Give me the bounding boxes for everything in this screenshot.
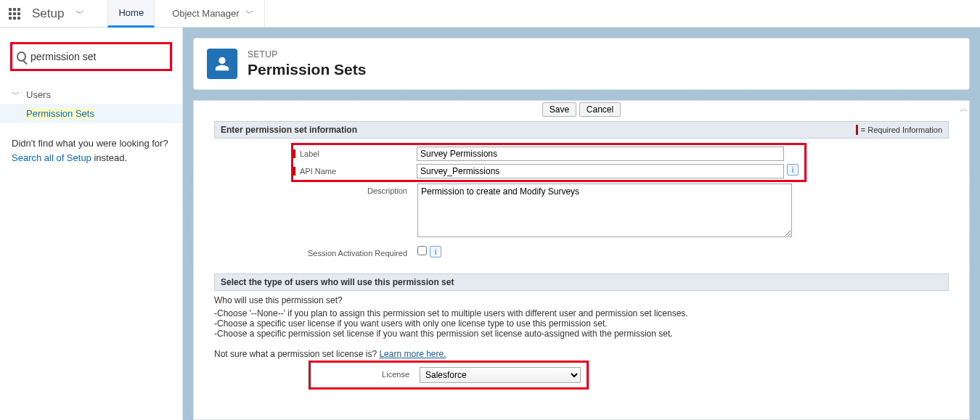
tab-home[interactable]: Home <box>107 0 155 28</box>
highlight-label-apiname: Label API Name i <box>291 143 807 182</box>
info-icon[interactable]: i <box>430 246 441 258</box>
cancel-button[interactable]: Cancel <box>579 102 621 117</box>
section-header-info: Enter permission set information = Requi… <box>214 121 949 139</box>
learn-more-link[interactable]: Learn more here. <box>379 349 446 359</box>
page-title: Permission Sets <box>248 61 366 78</box>
chevron-down-icon: ﹀ <box>245 7 254 20</box>
info-icon[interactable]: i <box>787 164 799 176</box>
save-button[interactable]: Save <box>542 102 576 117</box>
breadcrumb: SETUP <box>248 49 366 59</box>
setup-app-label: Setup <box>32 7 64 21</box>
permission-sets-icon <box>207 49 237 79</box>
chevron-down-icon: ﹀ <box>12 88 20 101</box>
tab-object-manager[interactable]: Object Manager﹀ <box>162 0 265 28</box>
chevron-down-icon[interactable]: ﹀ <box>75 7 84 20</box>
api-name-input[interactable] <box>417 164 784 178</box>
session-activation-checkbox[interactable] <box>417 246 427 255</box>
tree-item-permission-sets[interactable]: Permission Sets <box>0 104 182 123</box>
help-line: -Choose a specific user license if you w… <box>214 318 949 329</box>
description-input[interactable]: Permission to create and Modify Surveys <box>417 184 792 237</box>
license-select[interactable]: Salesforce <box>420 367 581 383</box>
quick-find-input[interactable] <box>30 51 166 62</box>
scroll-up-arrow[interactable]: ︿ <box>959 103 969 113</box>
field-label-session-activation: Session Activation Required <box>214 246 417 258</box>
highlight-license: License Salesforce <box>309 361 589 390</box>
field-label-description: Description <box>214 184 417 195</box>
setup-tree-sidebar: ﹀ Users Permission Sets Didn't find what… <box>0 28 183 420</box>
label-input[interactable] <box>417 147 784 161</box>
quick-find-no-more: Didn't find what you were looking for? S… <box>0 123 182 178</box>
field-label-license: License <box>311 367 420 379</box>
field-label-apiname: API Name <box>293 164 417 176</box>
help-line: -Choose '--None--' if you plan to assign… <box>214 308 949 318</box>
section-header-usertype: Select the type of users who will use th… <box>214 273 949 291</box>
field-label-label: Label <box>293 147 417 158</box>
help-notsure: Not sure what a permission set license i… <box>214 349 379 359</box>
tree-node-users[interactable]: ﹀ Users <box>0 86 182 104</box>
search-all-setup-link[interactable]: Search all of Setup <box>12 152 91 163</box>
page-header-card: SETUP Permission Sets <box>193 38 970 90</box>
help-question: Who will use this permission set? <box>214 295 949 305</box>
quick-find-highlight <box>10 42 172 71</box>
app-launcher-icon[interactable] <box>7 7 22 21</box>
search-icon <box>17 52 26 62</box>
help-line: -Choose a specific permission set licens… <box>214 329 949 339</box>
